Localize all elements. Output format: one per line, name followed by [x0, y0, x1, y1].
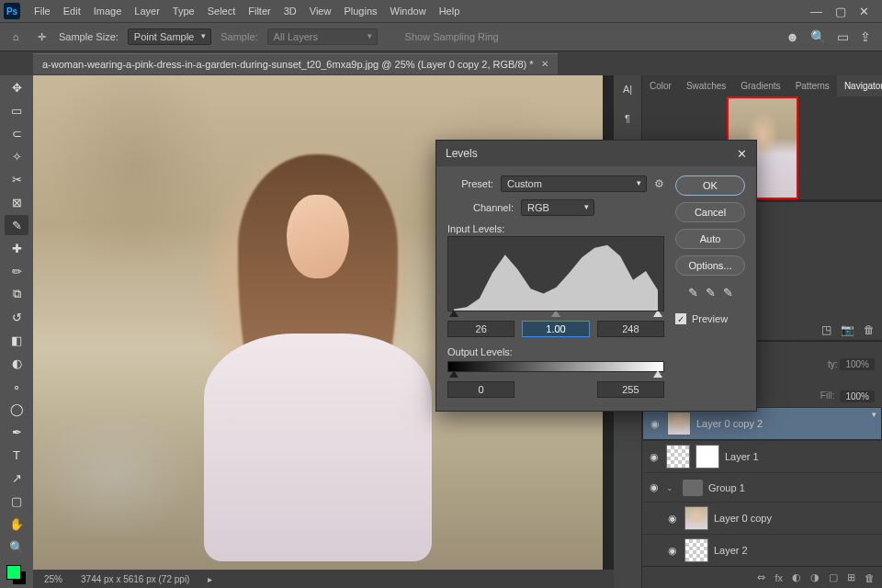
move-tool[interactable]: ✥ [5, 77, 28, 97]
history-brush-tool[interactable]: ↺ [5, 307, 28, 327]
search-icon[interactable]: 🔍 [810, 29, 826, 44]
home-icon[interactable]: ⌂ [7, 28, 24, 45]
output-slider-track[interactable] [447, 370, 664, 378]
delete-layer-icon[interactable]: 🗑 [865, 572, 875, 583]
black-eyedropper-icon[interactable]: ✎ [688, 286, 698, 300]
layer-name[interactable]: Group 1 [708, 482, 745, 493]
channel-select[interactable]: RGB [521, 199, 594, 216]
dialog-titlebar[interactable]: Levels ✕ [436, 141, 756, 166]
fx-icon[interactable]: fx [775, 572, 783, 583]
input-black-field[interactable]: 26 [447, 321, 514, 337]
layer-row[interactable]: ◉Layer 1 [642, 440, 882, 472]
paragraph-panel-icon[interactable]: ¶ [619, 110, 636, 127]
visibility-icon[interactable]: ◉ [649, 418, 662, 430]
tab-swatches[interactable]: Swatches [679, 75, 733, 96]
output-white-slider[interactable] [653, 370, 662, 378]
visibility-icon[interactable]: ◉ [666, 545, 679, 557]
cancel-button[interactable]: Cancel [675, 202, 745, 222]
crop-tool[interactable]: ✂ [5, 169, 28, 189]
character-panel-icon[interactable]: A| [619, 81, 636, 97]
frame-tool[interactable]: ⊠ [5, 192, 28, 212]
zoom-level[interactable]: 25% [44, 574, 62, 584]
eraser-tool[interactable]: ◧ [5, 330, 28, 350]
chevron-down-icon[interactable]: ⌄ [666, 483, 677, 492]
visibility-icon[interactable]: ◉ [666, 513, 679, 525]
menu-view[interactable]: View [303, 3, 338, 19]
input-white-field[interactable]: 248 [597, 321, 664, 337]
menu-help[interactable]: Help [433, 3, 467, 19]
heal-tool[interactable]: ✚ [5, 238, 28, 258]
share-icon[interactable]: ⇪ [860, 29, 871, 44]
link-layers-icon[interactable]: ⇔ [757, 571, 765, 583]
menu-filter[interactable]: Filter [242, 3, 277, 19]
menu-window[interactable]: Window [384, 3, 433, 19]
layer-row[interactable]: ◉⌄Group 1 [642, 472, 882, 502]
options-button[interactable]: Options... [675, 255, 745, 276]
layer-name[interactable]: Layer 2 [714, 545, 748, 556]
type-tool[interactable]: T [5, 445, 28, 465]
show-sampling-ring-checkbox[interactable]: Show Sampling Ring [405, 31, 499, 42]
adjustment-camera-icon[interactable]: 📷 [841, 323, 854, 336]
layer-row[interactable]: ◉Layer 0 copy 2 [642, 407, 882, 440]
fill-value[interactable]: 100% [840, 390, 875, 402]
blur-tool[interactable]: ∘ [5, 376, 28, 396]
tab-gradients[interactable]: Gradients [733, 75, 787, 96]
menu-edit[interactable]: Edit [57, 3, 87, 19]
opacity-value[interactable]: 100% [840, 358, 875, 370]
gradient-tool[interactable]: ◐ [5, 353, 28, 373]
stamp-tool[interactable]: ⧉ [5, 284, 28, 304]
eyedropper-tool[interactable]: ✎ [5, 215, 28, 235]
color-swatches[interactable] [6, 565, 27, 585]
layer-name[interactable]: Layer 0 copy [714, 513, 772, 524]
sample-size-select[interactable]: Point Sample [128, 28, 211, 45]
menu-image[interactable]: Image [87, 3, 129, 19]
visibility-icon[interactable]: ◉ [648, 451, 661, 463]
shape-tool[interactable]: ▢ [5, 491, 28, 511]
zoom-tool[interactable]: 🔍 [5, 537, 28, 557]
path-tool[interactable]: ↗ [5, 468, 28, 488]
window-restore-icon[interactable]: ▢ [835, 5, 846, 18]
dialog-close-icon[interactable]: ✕ [737, 147, 747, 161]
menu-select[interactable]: Select [201, 3, 243, 19]
sample-layers-select[interactable]: All Layers [267, 28, 378, 45]
preview-checkbox[interactable]: ✓ [675, 313, 686, 324]
marquee-tool[interactable]: ▭ [5, 100, 28, 120]
hand-tool[interactable]: ✋ [5, 514, 28, 534]
account-icon[interactable]: ☻ [786, 29, 799, 44]
layer-row[interactable]: ◉Layer 2 [642, 534, 882, 566]
menu-file[interactable]: File [28, 3, 57, 19]
tab-navigator[interactable]: Navigator [837, 75, 882, 96]
visibility-icon[interactable]: ◉ [648, 481, 661, 493]
adjustment-add-icon[interactable]: ◳ [821, 323, 831, 336]
output-white-field[interactable]: 255 [597, 381, 664, 398]
document-tab[interactable]: a-woman-wearing-a-pink-dress-in-a-garden… [33, 53, 558, 74]
brush-tool[interactable]: ✏ [5, 261, 28, 281]
new-layer-icon[interactable]: ⊞ [847, 571, 855, 583]
histogram-chart[interactable] [447, 236, 664, 311]
preset-menu-icon[interactable]: ⚙ [654, 177, 664, 190]
adjustment-layer-icon[interactable]: ◑ [810, 571, 820, 583]
input-gamma-field[interactable]: 1.00 [522, 321, 589, 337]
group-icon[interactable]: ▢ [829, 571, 838, 583]
ok-button[interactable]: OK [675, 175, 745, 196]
workspace-icon[interactable]: ▭ [837, 29, 849, 44]
auto-button[interactable]: Auto [675, 229, 745, 249]
layer-name[interactable]: Layer 1 [725, 451, 759, 462]
wand-tool[interactable]: ✧ [5, 146, 28, 166]
pen-tool[interactable]: ✒ [5, 422, 28, 442]
output-black-field[interactable]: 0 [447, 381, 514, 398]
white-eyedropper-icon[interactable]: ✎ [723, 286, 733, 300]
close-tab-icon[interactable]: ✕ [541, 59, 548, 69]
menu-type[interactable]: Type [166, 3, 201, 19]
lasso-tool[interactable]: ⊂ [5, 123, 28, 143]
output-black-slider[interactable] [449, 370, 458, 378]
tab-color[interactable]: Color [642, 75, 679, 96]
dodge-tool[interactable]: ◯ [5, 399, 28, 419]
eyedropper-icon[interactable]: ✛ [33, 28, 50, 45]
menu-layer[interactable]: Layer [128, 3, 166, 19]
window-close-icon[interactable]: ✕ [859, 5, 869, 18]
menu-plugins[interactable]: Plugins [337, 3, 383, 19]
layer-name[interactable]: Layer 0 copy 2 [696, 418, 763, 429]
status-more-icon[interactable]: ▸ [208, 574, 212, 584]
preset-select[interactable]: Custom [501, 175, 647, 192]
